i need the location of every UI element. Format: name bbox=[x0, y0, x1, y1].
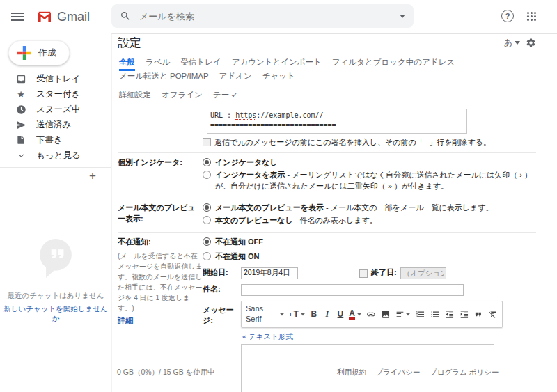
new-chat-plus-icon[interactable]: + bbox=[0, 168, 111, 183]
plain-text-link[interactable]: « テキスト形式 bbox=[242, 332, 293, 340]
signature-editor[interactable]: URL : https://example.com// ============… bbox=[207, 109, 467, 134]
vacation-off-radio[interactable] bbox=[203, 237, 211, 246]
sidebar-item-inbox[interactable]: 受信トレイ bbox=[0, 71, 111, 86]
tab-addons[interactable]: アドオン bbox=[219, 71, 252, 85]
settings-header: 設定 あ bbox=[118, 34, 536, 52]
hangouts-logo-icon bbox=[34, 235, 77, 281]
terms-link[interactable]: 利用規約 bbox=[337, 368, 366, 377]
program-policies-link[interactable]: プログラム ポリシー bbox=[430, 368, 499, 377]
multicolor-plus-icon bbox=[17, 46, 31, 60]
settings-tabs-row2: 詳細設定 オフライン テーマ bbox=[118, 85, 536, 104]
sidebar-item-label: スヌーズ中 bbox=[36, 104, 80, 116]
tab-themes[interactable]: テーマ bbox=[213, 90, 237, 104]
search-options-chevron-icon[interactable] bbox=[400, 15, 405, 18]
settings-main: 設定 あ 全般 ラベル 受信トレイ アカウントとインポート フィルタとブロック中… bbox=[111, 33, 557, 392]
gmail-settings-page: Gmail ? 作成 受信トレイ bbox=[0, 0, 557, 392]
sidebar-item-snoozed[interactable]: スヌーズ中 bbox=[0, 102, 111, 117]
sidebar-item-starred[interactable]: ★ スター付き bbox=[0, 86, 111, 102]
send-icon bbox=[15, 119, 26, 130]
preview-show-radio[interactable] bbox=[203, 203, 211, 212]
input-tools-label: あ bbox=[504, 37, 512, 49]
underline-button[interactable]: U bbox=[336, 308, 345, 320]
numbered-list-icon[interactable] bbox=[416, 309, 425, 320]
font-family-button[interactable]: Sans Serif bbox=[246, 304, 285, 326]
search-bar[interactable] bbox=[111, 4, 414, 28]
gmail-logo[interactable]: Gmail bbox=[36, 8, 90, 25]
text-color-button[interactable]: A bbox=[350, 309, 361, 320]
bulleted-list-icon[interactable] bbox=[430, 309, 440, 320]
chevron-down-icon bbox=[15, 150, 26, 161]
compose-button[interactable]: 作成 bbox=[8, 40, 70, 65]
chat-start-link[interactable]: 新しいチャットを開始しませんか bbox=[0, 304, 111, 324]
sidebar-item-label: もっと見る bbox=[36, 150, 81, 162]
chat-panel: 最近のチャットはありません 新しいチャットを開始しませんか bbox=[0, 235, 111, 324]
star-icon: ★ bbox=[15, 88, 26, 100]
insert-link-icon[interactable] bbox=[366, 309, 376, 320]
storage-usage: 0 GB（0%）/ 15 GB を使用中 bbox=[117, 368, 215, 377]
subject-input[interactable] bbox=[241, 284, 464, 296]
signature-insert-checkbox[interactable] bbox=[203, 138, 211, 146]
compose-label: 作成 bbox=[38, 47, 56, 59]
preview-section: メール本文のプレビュー表示: メール本文のプレビューを表示 - メール本文の一部… bbox=[118, 198, 536, 233]
page-title: 設定 bbox=[118, 35, 141, 51]
indent-increase-icon[interactable] bbox=[460, 309, 469, 320]
indicator-show-radio[interactable] bbox=[203, 171, 211, 179]
footer-separator: - bbox=[424, 368, 427, 377]
footer-separator: - bbox=[370, 368, 372, 377]
indicator-section: 個別インジケータ: インジケータなし インジケータを表示 - メーリングリストで… bbox=[118, 153, 536, 198]
preview-none-radio[interactable] bbox=[203, 216, 211, 224]
end-date-input[interactable] bbox=[400, 267, 446, 279]
quote-icon[interactable] bbox=[473, 309, 483, 320]
apps-grid-icon[interactable] bbox=[526, 11, 538, 22]
tab-advanced[interactable]: 詳細設定 bbox=[119, 90, 151, 104]
input-tools-button[interactable]: あ bbox=[504, 37, 520, 49]
tab-offline[interactable]: オフライン bbox=[162, 90, 203, 104]
align-chevron-icon bbox=[406, 313, 410, 315]
indent-decrease-icon[interactable] bbox=[445, 309, 455, 320]
tab-chat[interactable]: チャット bbox=[262, 71, 295, 85]
hamburger-menu-icon[interactable] bbox=[11, 13, 24, 14]
sidebar: 作成 受信トレイ ★ スター付き スヌーズ中 送信済み bbox=[0, 33, 111, 392]
sidebar-item-label: スター付き bbox=[36, 88, 80, 100]
bold-button[interactable]: B bbox=[310, 308, 318, 320]
indicator-none-radio[interactable] bbox=[203, 158, 211, 166]
tab-filters-blocked[interactable]: フィルタとブロック中のアドレス bbox=[332, 57, 455, 71]
chat-empty-text: 最近のチャットはありません bbox=[0, 291, 111, 301]
font-size-button[interactable]: TT bbox=[290, 308, 305, 320]
align-button[interactable] bbox=[395, 309, 411, 320]
vacation-label: 不在通知: bbox=[118, 237, 151, 246]
tab-labels[interactable]: ラベル bbox=[146, 57, 170, 71]
vacation-on-radio[interactable] bbox=[203, 252, 211, 260]
search-input[interactable] bbox=[138, 10, 400, 22]
size-small-glyph: T bbox=[289, 311, 292, 319]
end-date-checkbox[interactable] bbox=[359, 269, 368, 278]
subject-label: 件名: bbox=[203, 284, 241, 295]
size-chevron-icon bbox=[301, 313, 305, 315]
size-large-glyph: T bbox=[294, 308, 299, 320]
settings-tabs-row1: 全般 ラベル 受信トレイ アカウントとインポート フィルタとブロック中のアドレス… bbox=[118, 52, 536, 85]
search-icon bbox=[120, 10, 131, 22]
signature-text: ============================== bbox=[210, 120, 464, 130]
start-date-input[interactable] bbox=[241, 267, 298, 279]
insert-image-icon[interactable] bbox=[381, 309, 391, 320]
sidebar-item-drafts[interactable]: 下書き bbox=[0, 132, 111, 148]
signature-misspelled-word: https bbox=[235, 111, 256, 120]
vacation-details-link[interactable]: 詳細 bbox=[118, 316, 133, 324]
remove-formatting-icon[interactable] bbox=[488, 309, 498, 320]
sidebar-item-sent[interactable]: 送信済み bbox=[0, 117, 111, 132]
help-icon[interactable]: ? bbox=[501, 10, 514, 22]
gear-icon[interactable] bbox=[526, 38, 536, 48]
sidebar-item-label: 送信済み bbox=[36, 119, 71, 131]
tab-accounts-import[interactable]: アカウントとインポート bbox=[232, 57, 322, 71]
italic-button[interactable]: I bbox=[323, 308, 331, 320]
tab-inbox[interactable]: 受信トレイ bbox=[180, 57, 221, 71]
tab-forwarding-pop-imap[interactable]: メール転送と POP/IMAP bbox=[119, 71, 209, 85]
preview-show-desc: - メール本文の一部をメール一覧に表示します。 bbox=[324, 203, 493, 212]
privacy-link[interactable]: プライバシー bbox=[375, 368, 420, 377]
tab-general[interactable]: 全般 bbox=[119, 57, 135, 71]
gmail-m-icon bbox=[36, 8, 53, 25]
signature-text: URL : bbox=[210, 111, 235, 119]
indicator-none-label: インジケータなし bbox=[215, 158, 278, 166]
message-label: メッセージ: bbox=[203, 305, 241, 327]
sidebar-item-more[interactable]: もっと見る bbox=[0, 148, 111, 163]
